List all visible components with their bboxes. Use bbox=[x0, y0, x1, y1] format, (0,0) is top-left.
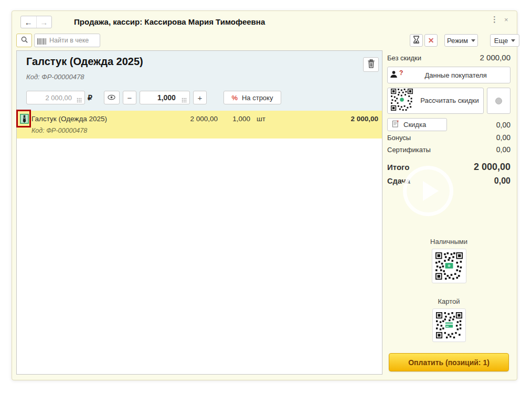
cancel-x-icon: ✕ bbox=[428, 36, 434, 45]
change-value: 0,00 bbox=[494, 176, 510, 186]
line-discount-label: На строку bbox=[242, 94, 273, 102]
discount-document-icon bbox=[392, 120, 399, 129]
gray-dot-icon bbox=[495, 98, 502, 104]
total-label: Итого bbox=[387, 163, 409, 172]
calc-discounts-label: Рассчитать скидки bbox=[418, 97, 483, 105]
hourglass-icon bbox=[413, 36, 420, 45]
receipt-search-field bbox=[34, 34, 100, 47]
discount-button[interactable]: Скидка bbox=[387, 118, 447, 131]
annotation-highlight-box bbox=[16, 110, 31, 127]
eye-icon bbox=[107, 94, 116, 102]
help-question-mark: ? bbox=[399, 69, 403, 77]
auto-discount-indicator-button[interactable] bbox=[487, 88, 510, 114]
discount-label: Скидка bbox=[403, 121, 426, 129]
card-payment-qr[interactable] bbox=[432, 308, 466, 342]
numpad-grid-icon[interactable] bbox=[77, 95, 82, 105]
certificates-value: 0,00 bbox=[496, 145, 510, 154]
qr-cash-icon bbox=[435, 252, 463, 280]
bonus-value: 0,00 bbox=[496, 133, 510, 142]
product-code: Код: ФР-00000478 bbox=[26, 73, 84, 81]
line-discount-button[interactable]: % На строку bbox=[224, 91, 281, 104]
person-icon bbox=[390, 70, 398, 80]
view-price-details-button[interactable] bbox=[104, 91, 120, 104]
discount-row: Скидка 0,00 bbox=[387, 118, 510, 131]
selected-item-editor: Галстук (Одежда 2025) Код: ФР-00000478 ₽… bbox=[17, 51, 382, 111]
change-row: Сдача 0,00 bbox=[387, 176, 510, 186]
mode-label: Режим bbox=[447, 37, 468, 45]
quantity-decrease-button[interactable]: − bbox=[123, 91, 136, 104]
certificates-row: Сертификаты 0,00 bbox=[387, 145, 510, 155]
no-discount-label: Без скидки bbox=[387, 54, 421, 62]
customer-data-label: Данные покупателя bbox=[412, 71, 510, 79]
row-price: 2 000,00 bbox=[163, 115, 218, 123]
cash-payment-qr[interactable] bbox=[432, 249, 466, 283]
forward-button[interactable]: → bbox=[37, 16, 52, 28]
percent-icon: % bbox=[231, 94, 238, 102]
row-product-code: Код: ФР-00000478 bbox=[31, 127, 87, 134]
discount-value: 0,00 bbox=[447, 121, 510, 129]
barcode-icon bbox=[37, 37, 46, 47]
more-label: Еще bbox=[494, 37, 508, 45]
quantity-increase-button[interactable]: + bbox=[193, 91, 207, 104]
total-row: Итого 2 000,00 bbox=[387, 162, 510, 173]
window-close-icon[interactable]: × bbox=[504, 16, 508, 24]
calc-discounts-button[interactable]: Рассчитать скидки bbox=[387, 88, 484, 114]
change-label: Сдача bbox=[387, 177, 410, 185]
mode-dropdown-button[interactable]: Режим bbox=[444, 34, 478, 47]
more-dropdown-button[interactable]: Еще bbox=[490, 34, 519, 47]
no-discount-value: 2 000,00 bbox=[480, 53, 510, 62]
chevron-down-icon bbox=[471, 39, 475, 42]
pay-button[interactable]: Оплатить (позиций: 1) bbox=[389, 353, 509, 371]
window-menu-icon[interactable]: ⋮ bbox=[491, 15, 498, 24]
back-button[interactable]: ← bbox=[21, 16, 37, 28]
qr-card-icon bbox=[436, 312, 462, 338]
row-unit: шт bbox=[250, 115, 274, 123]
chevron-down-icon bbox=[511, 39, 515, 42]
trash-icon bbox=[367, 59, 375, 70]
numpad-grid-icon[interactable] bbox=[182, 95, 187, 105]
pay-button-label: Оплатить (позиций: 1) bbox=[408, 358, 490, 367]
quantity-field bbox=[140, 91, 190, 104]
qr-discount-icon bbox=[391, 89, 413, 113]
page-title: Продажа, кассир: Кассирова Мария Тимофее… bbox=[74, 17, 265, 26]
customer-data-button[interactable]: ? Данные покупателя bbox=[387, 67, 510, 83]
row-total: 2 000,00 bbox=[274, 115, 382, 123]
total-value: 2 000,00 bbox=[474, 162, 510, 173]
search-button[interactable] bbox=[16, 34, 32, 47]
cancel-receipt-button[interactable]: ✕ bbox=[424, 34, 438, 47]
bonus-row: Бонусы 0,00 bbox=[387, 133, 510, 143]
summary-panel: Без скидки 2 000,00 ? Данные покупателя bbox=[387, 53, 510, 342]
receipt-list-panel: Галстук (Одежда 2025) Код: ФР-00000478 ₽… bbox=[16, 50, 382, 375]
price-field bbox=[26, 91, 85, 104]
certificates-label: Сертификаты bbox=[387, 146, 431, 154]
postpone-receipt-button[interactable] bbox=[410, 34, 423, 47]
row-product-name: Галстук (Одежда 2025) bbox=[31, 115, 163, 123]
credit-card-icon bbox=[445, 322, 453, 328]
line-edit-controls: ₽ − + % На строку bbox=[26, 91, 281, 104]
history-nav-group: ← → bbox=[20, 16, 52, 28]
row-quantity: 1,000 bbox=[218, 115, 250, 123]
search-icon bbox=[20, 36, 28, 45]
receipt-row-line: Галстук (Одежда 2025) 2 000,00 1,000 шт … bbox=[17, 114, 382, 124]
delete-line-button[interactable] bbox=[363, 57, 379, 72]
banknote-icon bbox=[444, 263, 453, 269]
card-payment-label: Картой bbox=[387, 297, 510, 305]
no-discount-row: Без скидки 2 000,00 bbox=[387, 53, 510, 63]
cash-payment-label: Наличными bbox=[387, 238, 510, 246]
pos-window: ← → Продажа, кассир: Кассирова Мария Тим… bbox=[12, 10, 517, 380]
price-input[interactable] bbox=[27, 91, 84, 104]
currency-symbol: ₽ bbox=[88, 93, 92, 102]
receipt-row-selected[interactable]: Галстук (Одежда 2025) 2 000,00 1,000 шт … bbox=[17, 111, 382, 139]
product-title: Галстук (Одежда 2025) bbox=[26, 56, 143, 68]
calc-discounts-row: Рассчитать скидки bbox=[387, 88, 510, 114]
bonus-label: Бонусы bbox=[387, 134, 411, 142]
